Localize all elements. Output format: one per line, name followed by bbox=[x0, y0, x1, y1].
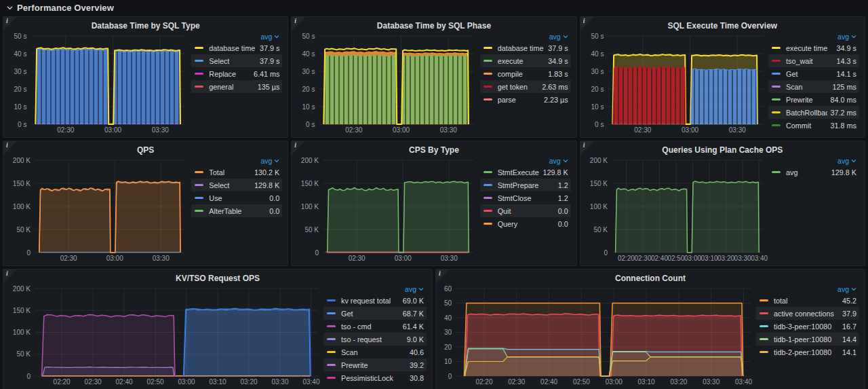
svg-text:200 K: 200 K bbox=[13, 157, 31, 164]
series-avg-value: 68.7 K bbox=[403, 310, 424, 318]
grafana-panel: i CPS By Type 050 K100 K150 K200 K02:300… bbox=[291, 141, 576, 266]
svg-text:03:00: 03:00 bbox=[395, 255, 412, 262]
svg-text:200 K: 200 K bbox=[590, 157, 608, 164]
legend-item[interactable]: Query0.0 bbox=[480, 217, 571, 230]
legend-item[interactable]: tso_wait14.3 s bbox=[768, 54, 859, 67]
panel-title[interactable]: QPS bbox=[137, 145, 154, 155]
legend-item[interactable]: execute34.9 s bbox=[480, 54, 571, 67]
time-series-chart[interactable]: 0 s10 s20 s30 s40 s50 s02:3003:0003:30 bbox=[9, 31, 191, 134]
legend-item[interactable]: Prewrite39.2 bbox=[323, 358, 427, 371]
panel-info-icon[interactable]: i bbox=[580, 141, 594, 155]
panel-title[interactable]: Connection Count bbox=[615, 274, 686, 283]
legend-item[interactable]: tidb-1-peer:1008014.4 bbox=[756, 333, 859, 346]
legend-avg-header[interactable]: avg bbox=[191, 31, 282, 41]
legend-avg-header[interactable]: avg bbox=[480, 31, 571, 41]
legend-avg-header[interactable]: avg bbox=[480, 155, 571, 166]
info-letter: i bbox=[6, 17, 8, 25]
legend-item[interactable]: Total130.2 K bbox=[191, 166, 282, 179]
time-series-chart[interactable]: 0 s10 s20 s30 s40 s50 s02:3003:0003:30 bbox=[586, 31, 768, 134]
info-letter: i bbox=[439, 270, 441, 278]
panel-title[interactable]: Database Time by SQL Phase bbox=[377, 21, 491, 31]
panel-info-icon[interactable]: i bbox=[292, 17, 305, 31]
series-name: PessimisticLock bbox=[341, 374, 406, 382]
legend-item[interactable]: Quit0.0 bbox=[480, 204, 571, 217]
legend-item[interactable]: general135 µs bbox=[191, 80, 282, 93]
grafana-panel: i QPS 050 K100 K150 K200 K02:3003:0003:3… bbox=[3, 141, 288, 266]
legend-item[interactable]: get token2.63 ms bbox=[480, 80, 571, 93]
legend-item[interactable]: StmtExecute129.8 K bbox=[480, 166, 571, 179]
legend-item[interactable]: execute time34.9 s bbox=[768, 41, 859, 54]
info-letter: i bbox=[6, 141, 8, 149]
series-name: StmtClose bbox=[498, 194, 555, 202]
series-name: parse bbox=[498, 96, 540, 104]
series-color-swatch bbox=[772, 124, 781, 126]
grafana-panel: i Database Time by SQL Phase 0 s10 s20 s… bbox=[291, 16, 576, 138]
legend-item[interactable]: Commit31.8 ms bbox=[768, 119, 859, 132]
info-letter: i bbox=[583, 17, 585, 25]
legend-avg-header[interactable]: avg bbox=[191, 155, 282, 166]
time-series-chart[interactable]: 050 K100 K150 K200 K02:2002:3002:4002:50… bbox=[586, 155, 768, 263]
panel-title[interactable]: SQL Execute Time Overview bbox=[668, 21, 778, 31]
panel-info-icon[interactable]: i bbox=[436, 270, 450, 283]
time-series-chart[interactable]: 050 K100 K150 K200 K02:3003:0003:30 bbox=[297, 155, 479, 263]
time-series-chart[interactable]: 0 s10 s20 s30 s40 s50 s02:3003:0003:30 bbox=[297, 31, 479, 134]
panel-title[interactable]: KV/TSO Request OPS bbox=[176, 274, 260, 283]
legend-item[interactable]: PessimisticLock30.8 bbox=[323, 371, 427, 384]
legend-item[interactable]: total45.2 bbox=[756, 294, 859, 307]
panel-info-icon[interactable]: i bbox=[3, 270, 17, 283]
svg-text:02:30: 02:30 bbox=[508, 378, 525, 386]
legend-item[interactable]: parse2.23 µs bbox=[480, 93, 571, 106]
legend-item[interactable]: tso - cmd61.4 K bbox=[323, 320, 427, 333]
legend-item[interactable]: Replace6.41 ms bbox=[191, 67, 282, 80]
panel-info-icon[interactable]: i bbox=[3, 141, 17, 155]
legend-item[interactable]: kv request total69.0 K bbox=[323, 294, 427, 307]
legend-item[interactable]: database time37.9 s bbox=[480, 41, 571, 54]
legend-item[interactable]: Prewrite84.0 ms bbox=[768, 93, 859, 106]
time-series-chart[interactable]: 010203040506002:2002:3002:4002:5003:0003… bbox=[441, 283, 756, 386]
legend-item[interactable]: tidb-2-peer:1008014.1 bbox=[756, 346, 859, 358]
series-name: Prewrite bbox=[786, 96, 827, 104]
panel-info-icon[interactable]: i bbox=[292, 141, 305, 155]
legend-avg-label: avg bbox=[837, 285, 849, 293]
series-avg-value: 84.0 ms bbox=[831, 96, 856, 104]
svg-text:20 s: 20 s bbox=[591, 86, 604, 93]
panel-title[interactable]: Database Time by SQL Type bbox=[92, 21, 200, 31]
svg-text:50 s: 50 s bbox=[302, 33, 315, 40]
legend-item[interactable]: Scan40.6 bbox=[323, 346, 427, 358]
panel-title[interactable]: Queries Using Plan Cache OPS bbox=[662, 145, 783, 155]
legend-item[interactable]: Get14.1 s bbox=[768, 67, 859, 80]
dashboard-row-header[interactable]: Performance Overview bbox=[0, 0, 868, 15]
series-avg-value: 37.9 s bbox=[260, 44, 279, 52]
legend-avg-header[interactable]: avg bbox=[768, 31, 859, 41]
legend-item[interactable]: database time37.9 s bbox=[191, 41, 282, 54]
series-color-swatch bbox=[327, 325, 336, 327]
legend-item[interactable]: StmtClose1.2 bbox=[480, 191, 571, 204]
legend-item[interactable]: Scan125 ms bbox=[768, 80, 859, 93]
panel-title[interactable]: CPS By Type bbox=[409, 145, 459, 155]
series-name: tso_wait bbox=[786, 57, 833, 65]
legend-item[interactable]: active connections37.9 bbox=[756, 307, 859, 320]
chevron-down-icon bbox=[851, 35, 856, 39]
legend-item[interactable]: tso - request9.0 K bbox=[323, 333, 427, 346]
legend-item[interactable]: Use0.0 bbox=[191, 191, 282, 204]
legend-item[interactable]: StmtPrepare1.2 bbox=[480, 179, 571, 191]
legend-item[interactable]: tidb-3-peer:1008016.7 bbox=[756, 320, 859, 333]
panel-info-icon[interactable]: i bbox=[3, 17, 17, 31]
legend-item[interactable]: avg129.8 K bbox=[768, 166, 859, 179]
legend-avg-header[interactable]: avg bbox=[323, 284, 427, 294]
legend-avg-header[interactable]: avg bbox=[768, 155, 859, 166]
legend-item[interactable]: compile1.83 s bbox=[480, 67, 571, 80]
legend-avg-header[interactable]: avg bbox=[756, 284, 859, 294]
svg-text:02:30: 02:30 bbox=[60, 255, 77, 262]
panel-legend: avg Total130.2 KSelect129.8 KUse0.0Alter… bbox=[191, 155, 282, 263]
dashboard-grid: i Database Time by SQL Type 0 s10 s20 s3… bbox=[0, 15, 868, 389]
series-color-swatch bbox=[484, 60, 492, 62]
time-series-chart[interactable]: 050 K100 K150 K200 K02:3003:0003:30 bbox=[9, 155, 191, 263]
legend-item[interactable]: Select129.8 K bbox=[191, 179, 282, 191]
legend-item[interactable]: BatchRollback37.2 ms bbox=[768, 106, 859, 119]
legend-item[interactable]: AlterTable0.0 bbox=[191, 204, 282, 217]
legend-item[interactable]: Select37.9 s bbox=[191, 54, 282, 67]
time-series-chart[interactable]: 050 K100 K150 K200 K02:2002:3002:4002:50… bbox=[9, 283, 323, 386]
legend-item[interactable]: Get68.7 K bbox=[323, 307, 427, 320]
panel-info-icon[interactable]: i bbox=[580, 17, 594, 31]
